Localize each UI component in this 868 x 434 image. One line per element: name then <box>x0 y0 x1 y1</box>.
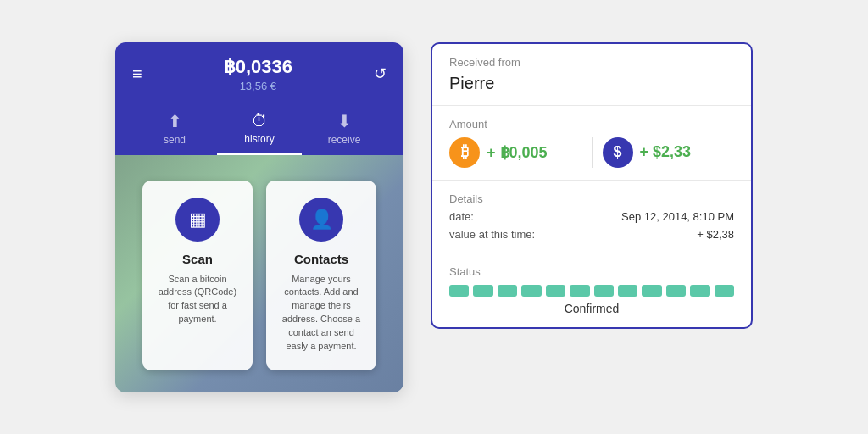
status-segment <box>594 285 614 297</box>
amount-label: Amount <box>449 118 734 131</box>
header-top: ≡ ฿0,0336 13,56 € ↺ <box>132 56 387 92</box>
received-from-section: Received from Pierre <box>432 44 751 106</box>
person-icon: 👤 <box>310 209 333 231</box>
bitcoin-icon: ₿ <box>449 137 480 168</box>
status-segment <box>618 285 637 297</box>
received-from-label: Received from <box>449 56 734 69</box>
menu-icon[interactable]: ≡ <box>132 64 142 84</box>
date-key: date: <box>449 210 474 223</box>
right-panel: Received from Pierre Amount ₿ + ฿0,005 $… <box>431 42 753 329</box>
tab-history-label: history <box>244 133 274 145</box>
btc-amount-box: ₿ + ฿0,005 <box>449 137 581 168</box>
contacts-card-desc: Manage yours contacts. Add and manage th… <box>280 273 363 354</box>
usd-amount-box: $ + $2,33 <box>603 137 735 168</box>
scan-card-desc: Scan a bitcoin address (QRCode) for fast… <box>156 273 239 327</box>
status-segment <box>473 285 492 297</box>
amount-divider <box>592 137 593 168</box>
header: ≡ ฿0,0336 13,56 € ↺ ⬆ send ⏱ history ⬇ <box>115 42 403 155</box>
status-segment <box>570 285 589 297</box>
tab-receive-label: receive <box>328 134 361 146</box>
value-row: value at this time: + $2,38 <box>449 228 734 241</box>
balance-btc: ฿0,0336 <box>142 56 374 78</box>
balance-eur: 13,56 € <box>142 80 374 92</box>
send-icon: ⬆ <box>168 111 182 131</box>
details-label: Details <box>449 192 734 205</box>
status-segment <box>546 285 565 297</box>
tab-history[interactable]: ⏱ history <box>217 104 302 155</box>
details-grid: date: Sep 12, 2014, 8:10 PM value at thi… <box>449 210 734 241</box>
value-val: + $2,38 <box>697 228 734 241</box>
status-segment <box>498 285 517 297</box>
status-segment <box>690 285 709 297</box>
status-label: Status <box>449 265 734 278</box>
status-segment <box>521 285 541 297</box>
refresh-icon[interactable]: ↺ <box>374 64 387 83</box>
tab-receive[interactable]: ⬇ receive <box>302 104 387 155</box>
status-segment <box>666 285 686 297</box>
tab-send[interactable]: ⬆ send <box>132 104 217 155</box>
value-key: value at this time: <box>449 228 535 241</box>
receive-icon: ⬇ <box>337 111 352 131</box>
scan-card[interactable]: ▦ Scan Scan a bitcoin address (QRCode) f… <box>142 181 253 371</box>
usd-amount-value: + $2,33 <box>640 143 692 161</box>
scan-icon-circle: ▦ <box>175 198 220 242</box>
status-section: Status Confirmed <box>432 253 751 327</box>
dollar-icon: $ <box>603 137 633 168</box>
content-area: ▦ Scan Scan a bitcoin address (QRCode) f… <box>115 155 403 392</box>
date-val: Sep 12, 2014, 8:10 PM <box>621 210 734 223</box>
scan-card-title: Scan <box>156 252 239 266</box>
status-segment <box>642 285 661 297</box>
amount-row: ₿ + ฿0,005 $ + $2,33 <box>449 137 734 168</box>
confirmed-label: Confirmed <box>449 302 734 315</box>
status-segment <box>449 285 469 297</box>
btc-amount-value: + ฿0,005 <box>487 143 548 162</box>
status-segment <box>715 285 734 297</box>
left-panel: ≡ ฿0,0336 13,56 € ↺ ⬆ send ⏱ history ⬇ <box>115 42 403 392</box>
status-bar-container <box>449 285 734 297</box>
balance-section: ฿0,0336 13,56 € <box>142 56 374 92</box>
contacts-card[interactable]: 👤 Contacts Manage yours contacts. Add an… <box>266 181 376 371</box>
details-section: Details date: Sep 12, 2014, 8:10 PM valu… <box>432 181 751 253</box>
date-row: date: Sep 12, 2014, 8:10 PM <box>449 210 734 223</box>
contacts-icon-circle: 👤 <box>299 198 343 242</box>
amount-section: Amount ₿ + ฿0,005 $ + $2,33 <box>432 106 751 181</box>
tabs: ⬆ send ⏱ history ⬇ receive <box>132 104 387 155</box>
sender-name: Pierre <box>449 74 734 93</box>
contacts-card-title: Contacts <box>280 252 363 266</box>
history-icon: ⏱ <box>251 111 268 131</box>
cards-row: ▦ Scan Scan a bitcoin address (QRCode) f… <box>115 155 403 392</box>
tab-send-label: send <box>164 134 186 146</box>
qr-icon: ▦ <box>189 209 207 231</box>
